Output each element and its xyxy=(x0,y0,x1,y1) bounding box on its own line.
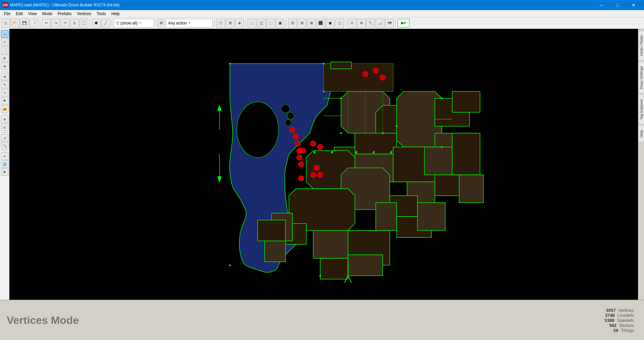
svg-point-54 xyxy=(380,75,386,81)
undo-button[interactable]: ↩ xyxy=(42,19,51,28)
script-button[interactable]: 📝 xyxy=(30,19,38,28)
target-tool[interactable]: ◎ xyxy=(1,124,8,131)
svg-point-3 xyxy=(281,105,290,113)
script-tool[interactable]: ⚑ xyxy=(1,168,8,176)
maximize-button[interactable]: □ xyxy=(610,0,625,10)
triangle-tool[interactable]: ⊿ xyxy=(1,134,8,141)
sep3 xyxy=(112,19,112,27)
left-toolbar: ⊹ ⬡ ⬜ ⚙ ⊞ ⊕ ✎ ✂ ⚑ 📻 ⊗ ◎ ⊿ 🔍 ✔ 🌐 ⚑ xyxy=(0,29,9,331)
svg-point-72 xyxy=(340,132,342,134)
filter-arrow-icon: ▼ xyxy=(139,21,142,25)
sound-tool[interactable]: 📻 xyxy=(1,105,8,112)
flag-tool[interactable]: ⚑ xyxy=(1,97,8,104)
view-btn3[interactable]: ⬚ xyxy=(266,19,275,28)
pencil-tool[interactable]: ✎ xyxy=(1,81,8,88)
extra-btn3[interactable]: 🔧 xyxy=(366,19,375,28)
paste-button[interactable]: 📋 xyxy=(79,19,88,28)
titlebar-left: DB MAP01.wad (MAP01) - Ultimate Doom Bui… xyxy=(3,2,119,8)
cut-tool[interactable]: ✂ xyxy=(1,89,8,96)
filter-label: (show all) xyxy=(120,21,138,26)
save-button[interactable]: 💾 xyxy=(20,19,29,28)
check-tool[interactable]: ✔ xyxy=(1,152,8,160)
linedefs-tool[interactable]: ⬜ xyxy=(1,46,8,54)
grid-btn6[interactable]: ◻ xyxy=(335,19,344,28)
select-tool[interactable]: ⊕ xyxy=(1,73,8,80)
copy-button[interactable]: ⎘ xyxy=(70,19,79,28)
things-view-btn[interactable]: ⬡ xyxy=(216,19,225,28)
extra-btn4[interactable]: 📊 xyxy=(376,19,384,28)
cut-button[interactable]: ✂ xyxy=(61,19,69,28)
svg-rect-48 xyxy=(265,241,285,262)
canvas-area[interactable] xyxy=(9,29,638,331)
svg-rect-42 xyxy=(376,203,396,231)
menu-file[interactable]: File xyxy=(1,10,13,17)
extra-btn1[interactable]: ⊙ xyxy=(347,19,356,28)
action-arrow-icon: ▼ xyxy=(188,21,191,25)
svg-point-77 xyxy=(229,264,231,266)
menu-edit[interactable]: Edit xyxy=(13,10,25,17)
grid-btn3[interactable]: ⊠ xyxy=(307,19,316,28)
svg-point-55 xyxy=(290,127,296,133)
action-icon-button[interactable]: ⊞ xyxy=(158,19,164,28)
undo-redo-tab[interactable]: Undo / Redo xyxy=(638,31,644,60)
svg-point-59 xyxy=(297,155,302,160)
sep6 xyxy=(246,19,246,27)
svg-point-76 xyxy=(441,146,443,148)
menu-vertices[interactable]: Vertices xyxy=(74,10,94,17)
svg-point-5 xyxy=(285,119,291,126)
redo-button[interactable]: ↪ xyxy=(51,19,60,28)
run-btn[interactable]: ▶▾ xyxy=(397,19,410,28)
minimize-button[interactable]: ─ xyxy=(594,0,609,10)
circle-tool[interactable]: ⊗ xyxy=(1,115,8,123)
svg-point-60 xyxy=(298,162,304,167)
things-tool[interactable]: ⚙ xyxy=(1,54,8,62)
help-tab[interactable]: Help xyxy=(638,126,644,142)
things-mode-button[interactable]: ⬟ xyxy=(92,19,101,28)
grid-view-btn[interactable]: ⊞ xyxy=(226,19,234,28)
menu-view[interactable]: View xyxy=(25,10,40,17)
open-button[interactable]: 📂 xyxy=(11,19,19,28)
zoom-tool[interactable]: 🔍 xyxy=(1,142,8,149)
grid-btn4[interactable]: ⬛ xyxy=(316,19,325,28)
view-btn1[interactable]: □ xyxy=(248,19,256,28)
svg-point-75 xyxy=(441,98,443,99)
action-dropdown[interactable]: Any action ▼ xyxy=(166,19,213,28)
svg-rect-29 xyxy=(348,255,383,276)
overlay-btn[interactable]: ◈ xyxy=(235,19,244,28)
svg-point-57 xyxy=(295,141,301,146)
svg-point-64 xyxy=(314,165,320,171)
svg-point-52 xyxy=(363,71,368,77)
svg-point-66 xyxy=(317,172,323,178)
sectors-tool[interactable]: ⬡ xyxy=(1,38,8,46)
draw-settings-tab[interactable]: Draw Settings xyxy=(638,62,644,93)
svg-point-73 xyxy=(382,132,383,134)
globe-tool[interactable]: 🌐 xyxy=(1,160,8,168)
svg-point-70 xyxy=(323,91,324,92)
vertices-tool[interactable]: ⊹ xyxy=(1,30,8,38)
svg-point-68 xyxy=(229,63,231,64)
grid-btn1[interactable]: ⊟ xyxy=(288,19,297,28)
sep5 xyxy=(214,19,215,27)
view-btn4[interactable]: ▣ xyxy=(276,19,284,28)
svg-rect-27 xyxy=(320,258,348,279)
menu-help[interactable]: Help xyxy=(109,10,122,17)
new-button[interactable]: 🗋 xyxy=(1,19,10,28)
svg-point-62 xyxy=(311,141,316,146)
draw-mode[interactable]: ⊞ xyxy=(1,62,8,70)
menu-mode[interactable]: Mode xyxy=(40,10,55,17)
tag-explorer-tab[interactable]: Tag Explorer xyxy=(638,95,644,124)
menu-tools[interactable]: Tools xyxy=(94,10,109,17)
view-btn2[interactable]: ◫ xyxy=(257,19,266,28)
close-button[interactable]: ✕ xyxy=(626,0,641,10)
linedefs-mode-button[interactable]: ╱ xyxy=(101,19,110,28)
svg-point-74 xyxy=(396,125,397,127)
filter-dropdown[interactable]: ▽ (show all) ▼ xyxy=(114,19,154,28)
grid-btn5[interactable]: ◼ xyxy=(326,19,334,28)
grid-btn2[interactable]: ⊞ xyxy=(298,19,306,28)
svg-point-53 xyxy=(373,68,379,74)
extra-btn2[interactable]: ⊕ xyxy=(357,19,366,28)
extra-btn5[interactable]: 🗺 xyxy=(385,19,394,28)
titlebar-controls[interactable]: ─ □ ✕ xyxy=(594,0,641,10)
titlebar-title: MAP01.wad (MAP01) - Ultimate Doom Builde… xyxy=(10,3,119,7)
menu-prefabs[interactable]: Prefabs xyxy=(55,10,74,17)
